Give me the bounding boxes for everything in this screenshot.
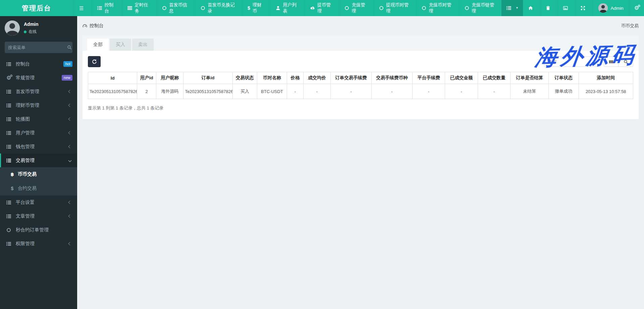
topbar-user-menu[interactable]: Admin (593, 0, 629, 16)
chevron-left-icon (68, 90, 72, 93)
user-status-label: 在线 (29, 29, 37, 35)
topnav-item-4[interactable]: $理财币 (242, 0, 270, 16)
submenu-item-7-1[interactable]: $合约交易 (0, 181, 77, 195)
submenu-item-7-0[interactable]: ฿币币交易 (0, 167, 77, 181)
col-9: 交易手续费币种 (372, 72, 413, 84)
breadcrumb: 控制台 币币交易 (77, 16, 644, 35)
columns-icon (609, 59, 613, 64)
chevron-left-icon (68, 242, 72, 246)
col-15: 添加时间 (579, 72, 633, 84)
cell-6: - (287, 84, 304, 99)
sidebar-item-4[interactable]: 轮播图 (0, 112, 77, 126)
dollar-icon: $ (9, 186, 15, 191)
tab-sell[interactable]: 卖出 (132, 39, 154, 51)
topnav-item-0[interactable]: 控制台 (92, 0, 122, 16)
topnav-item-8[interactable]: 提现币对管理 (373, 0, 416, 16)
cogs-icon: ⚙⚙ (6, 75, 13, 81)
hot-badge: hot (63, 61, 72, 67)
trash-button[interactable] (540, 0, 558, 16)
topbar-right: ▼ Admin ⚙⚙ (501, 0, 644, 16)
submenu-item-label: 合约交易 (18, 185, 37, 191)
sidebar-item-3[interactable]: 理财币管理 (0, 98, 77, 112)
chevron-left-icon (68, 104, 72, 107)
home-button[interactable] (523, 0, 540, 16)
tab-all[interactable]: 全部 (87, 39, 109, 51)
sidebar-item-8[interactable]: 平台设置 (0, 195, 77, 209)
user-icon (276, 6, 280, 10)
table-header-row: Id用户id用户昵称订单id交易状态币对名称价格成交均价订单交易手续费交易手续费… (88, 72, 633, 84)
sidebar-item-label: 钱包管理 (16, 144, 35, 150)
bitcoin-icon: ฿ (9, 172, 15, 177)
cell-0: Te202305131057587826 (88, 84, 137, 99)
table-row[interactable]: Te2023051310575878262海外源码Te2023051310575… (88, 84, 633, 99)
th-list-icon (6, 214, 13, 219)
topnav-item-label: 定时任务 (135, 2, 151, 14)
hamburger-icon: ☰ (79, 6, 84, 11)
table-search-input[interactable] (544, 56, 601, 67)
sidebar-item-6[interactable]: 钱包管理 (0, 140, 77, 153)
topnav-item-9[interactable]: 充值币对管理 (416, 0, 459, 16)
sidebar-item-9[interactable]: 文章管理 (0, 209, 77, 223)
sidebar-toggle-button[interactable]: ☰ (73, 0, 92, 16)
cell-15: 2023-05-13 10:57:58 (579, 84, 633, 99)
new-badge: new (62, 75, 72, 81)
records-summary: 显示第 1 到第 1 条记录，总共 1 条记录 (88, 105, 633, 111)
col-13: 订单是否结算 (511, 72, 549, 84)
submenu-item-label: 币币交易 (18, 171, 37, 177)
topnav-item-3[interactable]: 首发币兑换记录 (195, 0, 242, 16)
list-icon (506, 6, 511, 10)
cell-9: - (372, 84, 413, 99)
breadcrumb-label[interactable]: 控制台 (90, 23, 104, 29)
cell-3: Te202305131057587826 (183, 84, 232, 99)
sidebar-item-7[interactable]: 交易管理 (0, 153, 77, 167)
sidebar-item-label: 首发币管理 (16, 89, 39, 95)
settings-button[interactable]: ⚙⚙ (629, 0, 644, 16)
topnav: 控制台定时任务首发币信息首发币兑换记录$理财币用户列表提币管理充值管理提现币对管… (92, 0, 501, 16)
topnav-item-1[interactable]: 定时任务 (122, 0, 156, 16)
topnav-item-label: 用户列表 (283, 2, 299, 14)
topnav-item-7[interactable]: 充值管理 (339, 0, 373, 16)
th-list-icon (6, 241, 13, 246)
columns-button[interactable] (604, 56, 619, 67)
fullscreen-button[interactable] (575, 0, 593, 16)
sidebar-item-10[interactable]: 秒合约订单管理 (0, 223, 77, 237)
col-10: 平台手续费 (412, 72, 445, 84)
cell-7: - (303, 84, 330, 99)
sidebar-item-1[interactable]: ⚙⚙常规管理new (0, 71, 77, 85)
media-button[interactable] (558, 0, 575, 16)
sidebar-item-label: 平台设置 (16, 200, 35, 206)
table-buttons (604, 56, 633, 67)
sidebar: Admin 在线 控制台hot⚙⚙常规管理new首发币管理理财币管理轮播图用户管… (0, 16, 77, 309)
col-8: 订单交易手续费 (331, 72, 372, 84)
menu-search-input[interactable] (8, 45, 67, 50)
tab-buy[interactable]: 买入 (110, 39, 131, 51)
cell-1: 2 (137, 84, 156, 99)
user-status: 在线 (24, 29, 39, 35)
dollar-icon: $ (248, 6, 250, 10)
topnav-item-6[interactable]: 提币管理 (305, 0, 339, 16)
th-list-icon (6, 200, 13, 205)
sidebar-item-label: 秒合约订单管理 (16, 227, 49, 233)
circle-icon (6, 228, 13, 232)
sidebar-item-5[interactable]: 用户管理 (0, 126, 77, 140)
trash-icon (546, 6, 550, 10)
search-button[interactable] (619, 56, 633, 67)
user-panel: Admin 在线 (0, 16, 77, 39)
th-list-icon (6, 117, 13, 122)
topnav-item-5[interactable]: 用户列表 (270, 0, 305, 16)
sidebar-item-2[interactable]: 首发币管理 (0, 85, 77, 98)
sidebar-item-label: 理财币管理 (16, 102, 39, 108)
topbar: 管理后台 ☰ 控制台定时任务首发币信息首发币兑换记录$理财币用户列表提币管理充值… (0, 0, 644, 16)
app-logo: 管理后台 (0, 0, 73, 16)
topnav-item-10[interactable]: 充值币链管理 (459, 0, 502, 16)
col-5: 币对名称 (257, 72, 287, 84)
menu-search (5, 42, 72, 53)
refresh-button[interactable] (88, 56, 101, 67)
search-icon[interactable] (67, 45, 72, 50)
topnav-item-2[interactable]: 首发币信息 (156, 0, 195, 16)
menu-dropdown-button[interactable]: ▼ (501, 0, 523, 16)
sidebar-item-0[interactable]: 控制台hot (0, 57, 77, 71)
col-6: 价格 (287, 72, 304, 84)
refresh-icon (92, 59, 97, 64)
sidebar-item-11[interactable]: 权限管理 (0, 237, 77, 251)
